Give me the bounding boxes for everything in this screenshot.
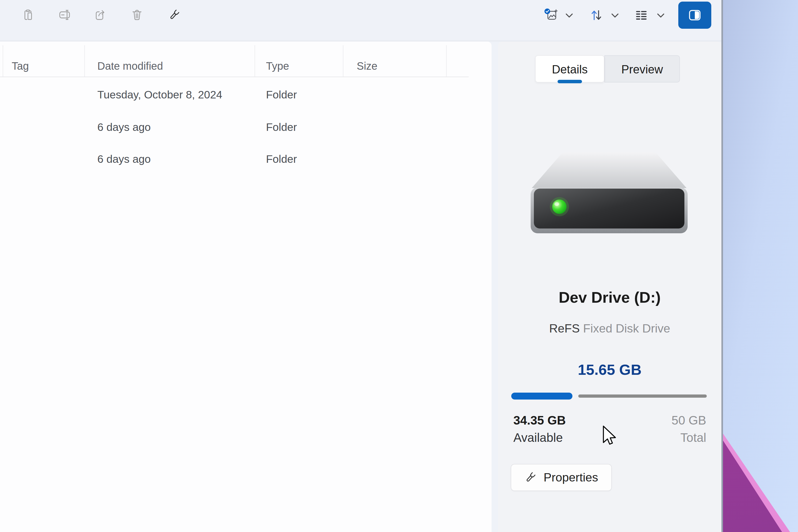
properties-button[interactable]: Properties [511,464,612,491]
drive-name: Dev Drive (D:) [498,289,721,306]
capacity-bar-track [578,395,707,398]
filesystem-label: ReFS [549,322,583,335]
used-space-value: 15.65 GB [498,361,721,378]
column-separator[interactable] [343,45,343,77]
drive-subtitle: ReFS Fixed Disk Drive [498,321,721,336]
image-check-icon [544,8,558,22]
hard-drive-icon [528,150,690,238]
file-explorer-window: Tag Date modified Type Size Tuesday, Oct… [0,0,798,532]
paste-button[interactable] [22,9,35,21]
date-modified-cell: 6 days ago [97,111,151,144]
type-cell: Folder [266,78,297,111]
column-header-size[interactable]: Size [357,57,377,75]
select-button[interactable] [544,8,558,22]
column-header-tag[interactable]: Tag [12,57,29,75]
desktop-wallpaper [721,0,798,532]
date-modified-cell: Tuesday, October 8, 2024 [97,78,222,111]
share-button[interactable] [94,9,107,21]
tab-details-label: Details [552,63,588,76]
wrench-icon [168,9,180,21]
view-button[interactable] [635,8,648,22]
tab-preview[interactable]: Preview [604,55,680,82]
capacity-bar-fill [511,393,572,400]
tab-preview-label: Preview [621,63,663,76]
sort-dropdown-chevron-icon[interactable] [611,13,619,19]
active-tab-indicator [557,80,582,83]
view-dropdown-chevron-icon[interactable] [657,13,665,19]
capacity-bar [511,393,707,400]
sort-arrows-icon [590,8,603,22]
details-pane-icon [687,7,703,23]
column-separator[interactable] [84,45,85,77]
select-dropdown-chevron-icon[interactable] [565,13,573,19]
type-cell: Folder [266,111,297,144]
rename-icon [58,9,71,21]
column-header-date-modified[interactable]: Date modified [97,57,163,75]
mouse-cursor [602,425,617,448]
total-value: 50 GB [672,412,706,429]
details-pane-toggle-button[interactable] [678,2,711,29]
properties-button-toolbar[interactable] [168,9,180,21]
rename-button[interactable] [58,9,71,21]
date-modified-cell: 6 days ago [97,143,151,175]
wrench-icon [524,471,536,483]
column-separator[interactable] [446,45,446,77]
file-list-panel: Tag Date modified Type Size Tuesday, Oct… [0,41,492,532]
file-row[interactable]: 6 days ago Folder [0,111,469,144]
available-label: Available [513,429,563,446]
column-separator[interactable] [3,45,3,77]
toolbar-divider [0,41,721,41]
properties-button-label: Properties [544,471,598,484]
total-label: Total [680,429,706,446]
command-bar [0,0,721,41]
clipboard-icon [22,9,35,21]
trash-icon [131,9,143,21]
tab-details[interactable]: Details [535,55,604,82]
type-cell: Folder [266,143,297,175]
header-underline [0,77,469,77]
details-pane: Details Preview [498,41,721,532]
column-header-type[interactable]: Type [266,57,289,75]
drive-type-label: Fixed Disk Drive [583,322,670,335]
file-row[interactable]: 6 days ago Folder [0,143,469,175]
file-row[interactable]: Tuesday, October 8, 2024 Folder [0,78,469,111]
column-separator[interactable] [254,45,255,77]
list-view-icon [635,8,648,22]
share-icon [94,9,107,21]
sort-button[interactable] [590,8,603,22]
wallpaper-bloom-highlight [723,0,798,532]
available-value: 34.35 GB [513,412,566,429]
delete-button[interactable] [131,9,143,21]
